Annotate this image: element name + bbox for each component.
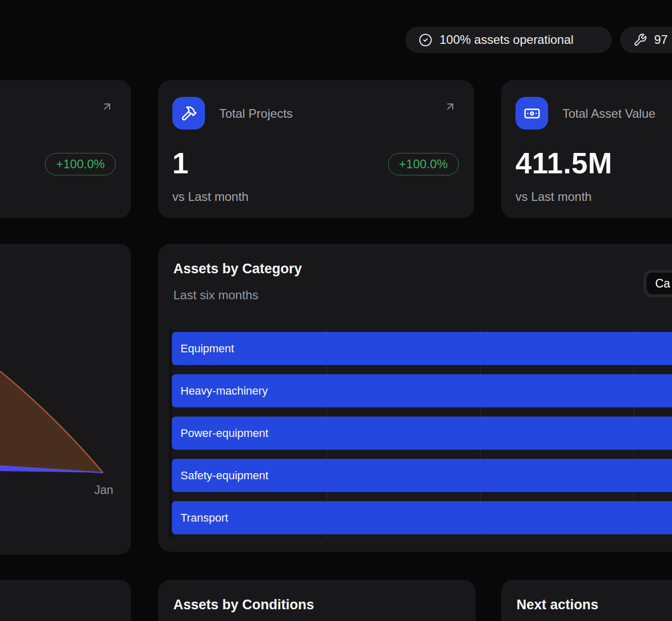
stat-card-partial: +100.0%: [0, 80, 131, 218]
bar-equipment: Equipment: [172, 332, 672, 365]
next-actions-card: Next actions: [501, 580, 672, 621]
x-axis-tick-jan: Jan: [94, 483, 113, 497]
assets-by-category-card: Assets by Category Last six months Ca Eq…: [158, 244, 672, 552]
stat-value: 1: [172, 146, 189, 180]
growth-badge: +100.0%: [388, 153, 459, 175]
hammer-icon: [172, 97, 205, 130]
stat-card-total-asset-value: Total Asset Value 411.5M vs Last month: [501, 80, 672, 218]
bar-label: Heavy-machinery: [172, 384, 268, 398]
asset-trend-card: Jan: [0, 244, 131, 555]
banknote-icon: [515, 97, 548, 130]
bar-heavy-machinery: Heavy-machinery: [172, 374, 672, 407]
card-title: Next actions: [516, 597, 599, 613]
operational-status-pill[interactable]: 100% assets operational: [405, 27, 612, 53]
check-circle-icon: [419, 33, 432, 47]
toggle-category-button[interactable]: Ca: [647, 273, 672, 294]
operational-status-label: 100% assets operational: [440, 33, 574, 47]
bar-label: Safety-equipment: [172, 469, 268, 482]
bottom-card-partial: [0, 580, 131, 621]
maintenance-count-label: 97: [654, 33, 668, 47]
bar-safety-equipment: Safety-equipment: [172, 459, 672, 492]
growth-badge: +100.0%: [45, 153, 116, 175]
maintenance-count-pill[interactable]: 97: [620, 27, 672, 53]
chart-mode-toggle: Ca: [643, 270, 672, 297]
stat-card-total-projects: Total Projects 1 +100.0% vs Last month: [158, 80, 474, 218]
card-title: Assets by Conditions: [173, 597, 314, 613]
bar-label: Power-equipment: [172, 427, 268, 440]
bar-label: Transport: [172, 511, 228, 525]
expand-arrow-icon[interactable]: [444, 100, 456, 113]
stat-caption: vs Last month: [172, 190, 248, 204]
bar-transport: Transport: [172, 501, 672, 534]
area-chart: [0, 244, 131, 555]
card-subtitle: Last six months: [173, 288, 259, 302]
stat-value: 411.5M: [515, 146, 612, 180]
stat-label: Total Projects: [219, 107, 293, 121]
assets-by-conditions-card: Assets by Conditions: [158, 580, 476, 621]
bar-power-equipment: Power-equipment: [172, 417, 672, 450]
stat-caption: vs Last month: [515, 190, 591, 204]
bar-label: Equipment: [172, 342, 234, 355]
wrench-icon: [633, 33, 647, 47]
expand-arrow-icon[interactable]: [101, 100, 113, 113]
card-title: Assets by Category: [173, 261, 302, 277]
stat-label: Total Asset Value: [562, 107, 655, 121]
